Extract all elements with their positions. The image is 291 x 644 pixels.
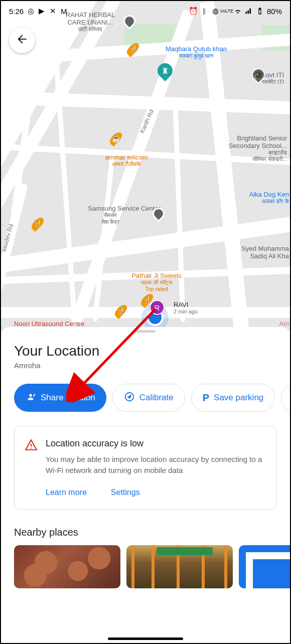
share-location-button[interactable]: Share location	[14, 384, 106, 412]
alarm-icon: ⏰	[190, 7, 198, 15]
gesture-bar	[108, 637, 183, 640]
warning-icon	[25, 438, 38, 451]
map-label-alka[interactable]: Alka Dog Ken अलका डॉग कें	[234, 191, 289, 205]
signal-icon	[245, 7, 253, 15]
actions-row: Share location Calibrate P Save parking	[1, 370, 290, 412]
feedback-icon	[289, 391, 290, 405]
map-pin-restaurant[interactable]: 🍴	[30, 220, 45, 235]
location-status-icon: ◍	[212, 7, 220, 15]
calibrate-label: Calibrate	[139, 393, 174, 403]
instagram-icon: ◎	[27, 7, 35, 15]
map-label-samsung[interactable]: Samsung Service Center सैमसंग सेवा केंद्…	[60, 205, 161, 225]
map-label-maqbara[interactable]: Maqbara Qutub khan मकबरा कुतुब खान	[154, 45, 239, 59]
share-icon	[25, 391, 36, 405]
nearby-title: Nearby places	[1, 510, 290, 545]
calibrate-button[interactable]: Calibrate	[112, 384, 185, 412]
youtube-icon: ▶	[38, 7, 46, 15]
gmail-icon: M	[60, 7, 68, 15]
map-label-ammar[interactable]: ammar telicom अम्मार टैलीकॉम	[91, 153, 162, 168]
nearby-place-card[interactable]	[239, 545, 290, 588]
map-label-pathak[interactable]: Pathak Ji Sweets पाठक जी स्वीट्स Top rat…	[121, 272, 192, 292]
accuracy-text: You may be able to improve location accu…	[46, 454, 266, 476]
volte-icon: VoLTE	[223, 7, 231, 15]
wifi-icon	[234, 7, 242, 15]
map-pin-samsung-gray[interactable]	[153, 208, 168, 223]
map-pin-maqbara[interactable]: ♜	[158, 63, 173, 78]
save-parking-label: Save parking	[214, 393, 263, 403]
arrow-left-icon	[16, 33, 29, 48]
battery-icon	[256, 7, 264, 15]
map-label-brightland[interactable]: Brightland SeniorSecondary School... ब्र…	[212, 134, 287, 163]
map-label-noori[interactable]: Noori Ultrasound Centre	[14, 320, 84, 328]
save-parking-button[interactable]: P Save parking	[191, 384, 275, 412]
nearby-row	[1, 545, 290, 588]
feedback-button[interactable]	[281, 384, 290, 412]
accuracy-title: Location accuracy is low	[46, 438, 266, 449]
map-label-am[interactable]: Am	[279, 320, 289, 328]
twitter-icon: ✕	[49, 7, 57, 15]
map-pin-govt-iti[interactable]: 🎓	[252, 68, 267, 83]
parking-icon: P	[203, 392, 209, 404]
bottom-sheet: Your Location Amroha Share location Cali…	[1, 327, 290, 643]
status-bar: 5:26 ◎ ▶ ✕ M ⏰ ᛒ ◍ VoLTE 80%	[1, 1, 290, 21]
bluetooth-icon: ᛒ	[201, 7, 209, 15]
map-pin-restaurant[interactable]: 🍴	[125, 45, 140, 60]
back-button[interactable]	[9, 27, 35, 53]
user-avatar[interactable]: R	[150, 300, 165, 315]
nearby-place-card[interactable]	[14, 545, 120, 588]
status-time: 5:26	[9, 7, 24, 16]
page-subtitle: Amroha	[1, 359, 290, 370]
map-pin-ammar[interactable]: ☕	[108, 134, 123, 149]
settings-link[interactable]: Settings	[111, 488, 140, 497]
sheet-handle[interactable]	[135, 330, 156, 333]
learn-more-link[interactable]: Learn more	[46, 488, 87, 497]
map-label-syed[interactable]: Syed MohammaSadiq Ali Kha	[219, 245, 289, 260]
map-pin-restaurant[interactable]: 🍴	[113, 307, 128, 322]
user-label[interactable]: RAVI 2 min ago	[174, 301, 198, 314]
page-title: Your Location	[1, 343, 290, 359]
accuracy-card: Location accuracy is low You may be able…	[14, 426, 277, 510]
nearby-place-card[interactable]	[126, 545, 233, 588]
svg-point-5	[31, 447, 32, 448]
share-location-label: Share location	[41, 393, 95, 403]
battery-percent: 80%	[267, 7, 282, 16]
map-canvas[interactable]: Kanth Rd asudev Rd RAHAT HERBALCARE UNAN…	[1, 1, 290, 331]
compass-icon	[124, 391, 135, 405]
